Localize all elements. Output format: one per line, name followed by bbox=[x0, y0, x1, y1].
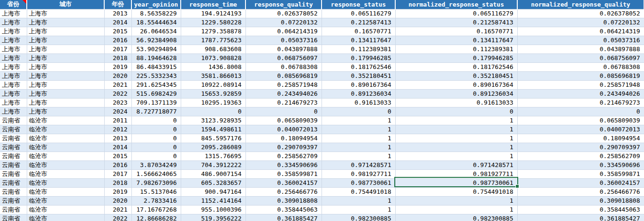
cell-normalized_response_status[interactable]: 0.352180451 bbox=[395, 71, 517, 80]
cell-year_opinion[interactable]: 17.16767268 bbox=[131, 205, 181, 214]
cell-province[interactable]: 上海市 bbox=[0, 9, 27, 18]
cell-normalized_response_status[interactable]: 1 bbox=[395, 205, 517, 214]
cell-response_quality[interactable]: 0.258562709 bbox=[245, 152, 322, 160]
cell-city[interactable]: 上海市 bbox=[27, 62, 104, 71]
cell-response_status[interactable]: 1 bbox=[322, 143, 395, 152]
cell-response_status[interactable]: 1 bbox=[322, 196, 395, 205]
cell-normalized_response_quality[interactable]: 0.258562709 bbox=[517, 152, 644, 160]
cell-year[interactable]: 2021 bbox=[104, 205, 131, 214]
cell-year_opinion[interactable]: 0 bbox=[131, 134, 181, 143]
cell-response_status[interactable]: 1 bbox=[322, 125, 395, 134]
cell-response_status[interactable]: 0.891236034 bbox=[322, 89, 395, 98]
cell-year_opinion[interactable]: 0 bbox=[131, 143, 181, 152]
cell-response_status[interactable]: 0.352180451 bbox=[322, 71, 395, 80]
cell-response_quality[interactable]: 0.068756097 bbox=[245, 53, 322, 62]
column-header-province[interactable]: 省份 bbox=[0, 0, 27, 9]
cell-response_quality[interactable]: 0.309018808 bbox=[245, 196, 322, 205]
cell-normalized_response_status[interactable]: 0.112389381 bbox=[395, 45, 517, 53]
cell-response_time[interactable]: 3123.928935 bbox=[181, 116, 245, 125]
cell-year[interactable]: 2019 bbox=[104, 62, 131, 71]
cell-province[interactable]: 云南省 bbox=[0, 160, 27, 169]
cell-city[interactable]: 临沧市 bbox=[27, 160, 104, 169]
cell-response_time[interactable]: 1279.358878 bbox=[181, 27, 245, 36]
cell-city[interactable]: 临沧市 bbox=[27, 134, 104, 143]
cell-normalized_response_status[interactable]: 0.891236034 bbox=[395, 89, 517, 98]
cell-response_quality[interactable]: 0.258571948 bbox=[245, 80, 322, 89]
cell-response_quality[interactable]: 0.043897888 bbox=[245, 45, 322, 53]
cell-year_opinion[interactable]: 8.727718077 bbox=[131, 107, 181, 116]
cell-response_status[interactable]: 1 bbox=[322, 134, 395, 143]
cell-response_status[interactable]: 0.16570771 bbox=[322, 27, 395, 36]
cell-province[interactable]: 上海市 bbox=[0, 53, 27, 62]
cell-response_quality[interactable]: 0.358445063 bbox=[245, 205, 322, 214]
cell-year[interactable]: 2013 bbox=[104, 134, 131, 143]
cell-normalized_response_status[interactable]: 1 bbox=[395, 196, 517, 205]
cell-normalized_response_quality[interactable]: 0.290709397 bbox=[517, 143, 644, 152]
cell-province[interactable]: 上海市 bbox=[0, 45, 27, 53]
cell-city[interactable]: 上海市 bbox=[27, 36, 104, 45]
cell-normalized_response_status[interactable]: 0.987730061 bbox=[395, 178, 517, 187]
cell-normalized_response_status[interactable]: 0 bbox=[395, 107, 517, 116]
cell-normalized_response_quality[interactable]: 0.358445063 bbox=[517, 205, 644, 214]
cell-normalized_response_status[interactable]: 0.754491018 bbox=[395, 187, 517, 196]
cell-province[interactable]: 云南省 bbox=[0, 178, 27, 187]
cell-response_status[interactable]: 0.971428571 bbox=[322, 160, 395, 169]
cell-province[interactable]: 上海市 bbox=[0, 80, 27, 89]
cell-response_status[interactable]: 0.91613033 bbox=[322, 98, 395, 107]
cell-normalized_response_quality[interactable]: 0.043897888 bbox=[517, 45, 644, 53]
cell-normalized_response_quality[interactable]: 0.026378052 bbox=[517, 9, 644, 18]
cell-normalized_response_status[interactable]: 1 bbox=[395, 134, 517, 143]
cell-year_opinion[interactable]: 3.87034249 bbox=[131, 160, 181, 169]
cell-response_time[interactable]: 0 bbox=[181, 107, 245, 116]
cell-response_quality[interactable]: 0.065809039 bbox=[245, 116, 322, 125]
cell-year[interactable]: 2017 bbox=[104, 45, 131, 53]
cell-response_time[interactable]: 15653.92859 bbox=[181, 89, 245, 98]
cell-year[interactable]: 2020 bbox=[104, 196, 131, 205]
cell-province[interactable]: 云南省 bbox=[0, 125, 27, 134]
cell-response_time[interactable]: 1152.414164 bbox=[181, 196, 245, 205]
cell-response_quality[interactable]: 0.243494026 bbox=[245, 89, 322, 98]
cell-year[interactable]: 2015 bbox=[104, 152, 131, 160]
cell-province[interactable]: 云南省 bbox=[0, 116, 27, 125]
cell-city[interactable]: 上海市 bbox=[27, 9, 104, 18]
cell-province[interactable]: 上海市 bbox=[0, 71, 27, 80]
cell-province[interactable]: 云南省 bbox=[0, 205, 27, 214]
cell-year_opinion[interactable]: 709.1371139 bbox=[131, 98, 181, 107]
cell-response_time[interactable]: 486.9007154 bbox=[181, 169, 245, 178]
cell-province[interactable]: 云南省 bbox=[0, 134, 27, 143]
cell-city[interactable]: 上海市 bbox=[27, 89, 104, 98]
cell-year[interactable]: 2011 bbox=[104, 116, 131, 125]
cell-response_quality[interactable]: 0.361885427 bbox=[245, 214, 322, 221]
cell-normalized_response_quality[interactable]: 0.334590696 bbox=[517, 160, 644, 169]
cell-year_opinion[interactable]: 291.6254345 bbox=[131, 80, 181, 89]
cell-normalized_response_status[interactable]: 0.91613033 bbox=[395, 98, 517, 107]
cell-normalized_response_quality[interactable]: 0.040072013 bbox=[517, 125, 644, 134]
cell-response_time[interactable]: 955.1000396 bbox=[181, 205, 245, 214]
cell-response_quality[interactable]: 0.290709397 bbox=[245, 143, 322, 152]
cell-response_time[interactable]: 1594.498611 bbox=[181, 125, 245, 134]
cell-year[interactable]: 2018 bbox=[104, 178, 131, 187]
column-header-city[interactable]: 城市 bbox=[27, 0, 104, 9]
cell-year[interactable]: 2021 bbox=[104, 80, 131, 89]
cell-response_time[interactable]: 10295.19363 bbox=[181, 98, 245, 107]
cell-year_opinion[interactable]: 56.92384908 bbox=[131, 36, 181, 45]
cell-province[interactable]: 上海市 bbox=[0, 98, 27, 107]
cell-year[interactable]: 2014 bbox=[104, 143, 131, 152]
cell-response_quality[interactable]: 0.064214319 bbox=[245, 27, 322, 36]
cell-response_quality[interactable]: 0.05037316 bbox=[245, 36, 322, 45]
cell-city[interactable]: 临沧市 bbox=[27, 125, 104, 134]
cell-normalized_response_status[interactable]: 1 bbox=[395, 143, 517, 152]
cell-year_opinion[interactable]: 0 bbox=[131, 152, 181, 160]
cell-response_status[interactable]: 1 bbox=[322, 116, 395, 125]
cell-year_opinion[interactable]: 2.7833416 bbox=[131, 196, 181, 205]
cell-year[interactable]: 2013 bbox=[104, 9, 131, 18]
cell-normalized_response_quality[interactable]: 0.214679273 bbox=[517, 98, 644, 107]
column-header-normalized_response_status[interactable]: normalized_response_status bbox=[395, 0, 517, 9]
cell-normalized_response_quality[interactable]: 0.18094954 bbox=[517, 134, 644, 143]
cell-province[interactable]: 上海市 bbox=[0, 62, 27, 71]
cell-response_status[interactable]: 0.134117647 bbox=[322, 36, 395, 45]
cell-response_quality[interactable]: 0 bbox=[245, 107, 322, 116]
cell-response_quality[interactable]: 0.18094954 bbox=[245, 134, 322, 143]
column-header-response_status[interactable]: response_status bbox=[322, 0, 395, 9]
cell-response_quality[interactable]: 0.256466776 bbox=[245, 187, 322, 196]
